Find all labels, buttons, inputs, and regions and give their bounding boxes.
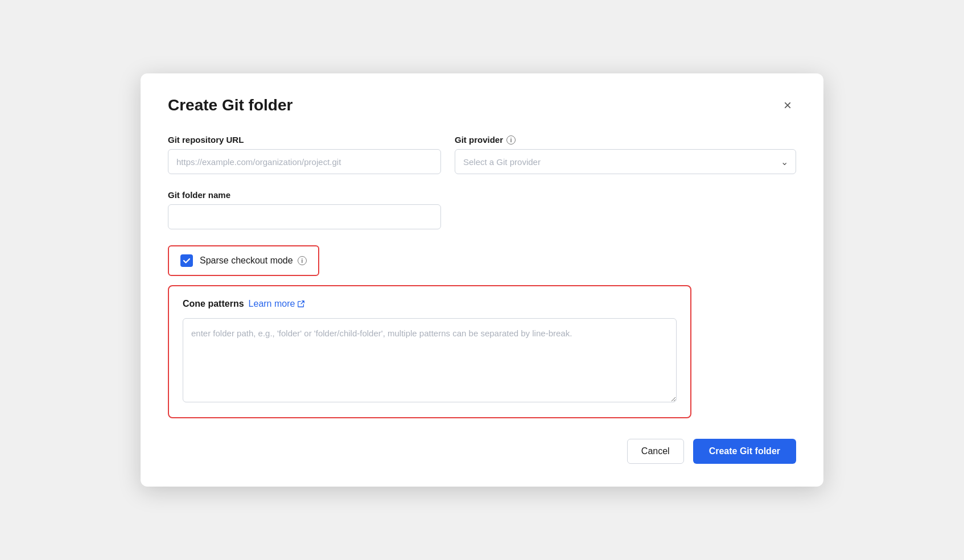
git-folder-name-input[interactable] (168, 204, 441, 229)
git-url-group: Git repository URL (168, 135, 441, 174)
learn-more-link[interactable]: Learn more (249, 299, 306, 309)
cone-patterns-textarea[interactable] (183, 318, 677, 402)
create-git-folder-button[interactable]: Create Git folder (693, 439, 796, 464)
dialog-title: Create Git folder (168, 96, 293, 114)
dialog-header: Create Git folder × (168, 96, 796, 114)
git-folder-name-group: Git folder name (168, 190, 796, 229)
check-icon (183, 257, 191, 265)
cone-patterns-section: Cone patterns Learn more (168, 285, 691, 418)
git-provider-select[interactable]: Select a Git provider GitHub GitLab Bitb… (455, 149, 796, 174)
git-provider-info-icon[interactable]: i (506, 135, 516, 145)
sparse-checkout-label[interactable]: Sparse checkout mode i (200, 256, 307, 266)
git-folder-name-label: Git folder name (168, 190, 796, 200)
git-provider-select-wrapper: Select a Git provider GitHub GitLab Bitb… (455, 149, 796, 174)
url-provider-row: Git repository URL Git provider i Select… (168, 135, 796, 174)
cone-patterns-header: Cone patterns Learn more (183, 299, 677, 309)
close-button[interactable]: × (779, 96, 796, 114)
git-provider-label: Git provider i (455, 135, 796, 145)
sparse-checkout-section[interactable]: Sparse checkout mode i (168, 245, 319, 276)
git-url-label: Git repository URL (168, 135, 441, 145)
sparse-checkout-info-icon[interactable]: i (298, 256, 307, 265)
create-git-folder-dialog: Create Git folder × Git repository URL G… (141, 73, 823, 487)
cancel-button[interactable]: Cancel (627, 439, 684, 464)
folder-name-row: Git folder name (168, 190, 796, 229)
git-url-input[interactable] (168, 149, 441, 174)
external-link-icon (297, 300, 305, 308)
dialog-footer: Cancel Create Git folder (168, 439, 796, 464)
sparse-checkout-checkbox[interactable] (180, 254, 193, 267)
git-provider-group: Git provider i Select a Git provider Git… (455, 135, 796, 174)
